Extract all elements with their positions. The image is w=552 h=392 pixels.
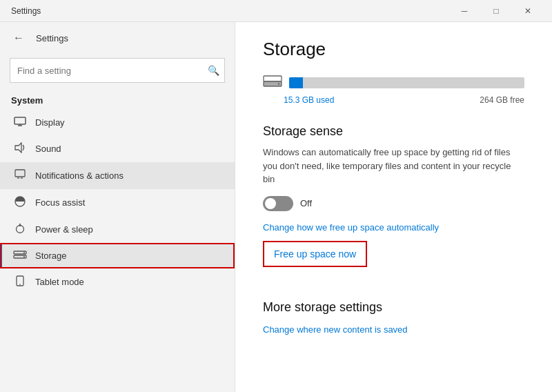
main-layout: ← Settings 🔍 System Display Sound	[0, 22, 552, 392]
svg-rect-16	[264, 76, 282, 81]
drive-icon	[263, 74, 282, 91]
svg-point-15	[19, 284, 21, 285]
svg-point-12	[23, 252, 25, 253]
change-content-link[interactable]: Change where new content is saved	[263, 324, 408, 335]
sidebar-item-sound-label: Sound	[35, 144, 61, 154]
search-input[interactable]	[10, 58, 225, 83]
maximize-button[interactable]: □	[480, 0, 512, 22]
focus-icon	[13, 196, 27, 209]
power-icon	[13, 223, 27, 236]
close-button[interactable]: ✕	[512, 0, 544, 22]
storage-used-label: 15.3 GB used	[284, 95, 334, 105]
sidebar-top: ← Settings	[0, 22, 235, 52]
sidebar-item-tablet-label: Tablet mode	[35, 277, 84, 287]
sidebar-app-title: Settings	[36, 33, 68, 43]
sidebar-item-focus[interactable]: Focus assist	[0, 189, 235, 216]
free-up-box: Free up space now	[263, 241, 367, 267]
sidebar-item-display[interactable]: Display	[0, 110, 235, 135]
storage-bar-container	[263, 74, 524, 91]
content-area: Storage 15.3 GB used 264 GB free Storage…	[235, 22, 552, 392]
storage-free-label: 264 GB free	[480, 95, 524, 105]
sidebar-item-display-label: Display	[35, 117, 65, 128]
storage-bar	[289, 77, 524, 88]
display-icon	[13, 117, 27, 128]
sidebar: ← Settings 🔍 System Display Sound	[0, 22, 235, 392]
notifications-icon	[13, 169, 27, 182]
storage-bar-section: 15.3 GB used 264 GB free	[263, 74, 524, 105]
change-auto-link[interactable]: Change how we free up space automaticall…	[263, 222, 439, 233]
free-up-link[interactable]: Free up space now	[274, 248, 356, 259]
sidebar-item-sound[interactable]: Sound	[0, 135, 235, 162]
toggle-thumb	[265, 198, 276, 209]
back-button[interactable]: ←	[8, 28, 29, 48]
sidebar-item-notifications-label: Notifications & actions	[35, 170, 124, 181]
page-title: Storage	[263, 39, 524, 60]
search-icon: 🔍	[208, 65, 219, 76]
sidebar-item-notifications[interactable]: Notifications & actions	[0, 162, 235, 189]
titlebar: Settings ─ □ ✕	[0, 0, 552, 22]
sidebar-item-focus-label: Focus assist	[35, 197, 85, 208]
svg-rect-0	[14, 117, 26, 124]
sidebar-item-power[interactable]: Power & sleep	[0, 216, 235, 243]
sidebar-item-storage-label: Storage	[35, 251, 67, 261]
svg-point-19	[278, 83, 279, 84]
titlebar-title: Settings	[8, 6, 448, 16]
storage-bar-used	[289, 77, 303, 88]
sidebar-section-label: System	[0, 91, 235, 110]
toggle-row: Off	[263, 196, 524, 211]
more-storage-title: More storage settings	[263, 300, 524, 315]
svg-point-13	[23, 256, 25, 257]
sound-icon	[13, 142, 27, 155]
toggle-label: Off	[300, 198, 312, 208]
svg-rect-4	[15, 170, 25, 177]
storage-sense-description: Windows can automatically free up space …	[263, 146, 524, 186]
sidebar-item-storage[interactable]: Storage	[0, 243, 235, 268]
storage-icon	[13, 250, 27, 262]
sidebar-item-tablet[interactable]: Tablet mode	[0, 268, 235, 295]
storage-sense-toggle[interactable]	[263, 196, 293, 211]
search-box: 🔍	[10, 58, 225, 83]
storage-sense-title: Storage sense	[263, 124, 524, 139]
tablet-icon	[13, 275, 27, 288]
sidebar-item-power-label: Power & sleep	[35, 224, 93, 235]
titlebar-controls: ─ □ ✕	[448, 0, 544, 22]
svg-marker-3	[15, 143, 21, 153]
minimize-button[interactable]: ─	[448, 0, 480, 22]
svg-point-8	[17, 226, 24, 233]
storage-labels: 15.3 GB used 264 GB free	[263, 95, 524, 105]
